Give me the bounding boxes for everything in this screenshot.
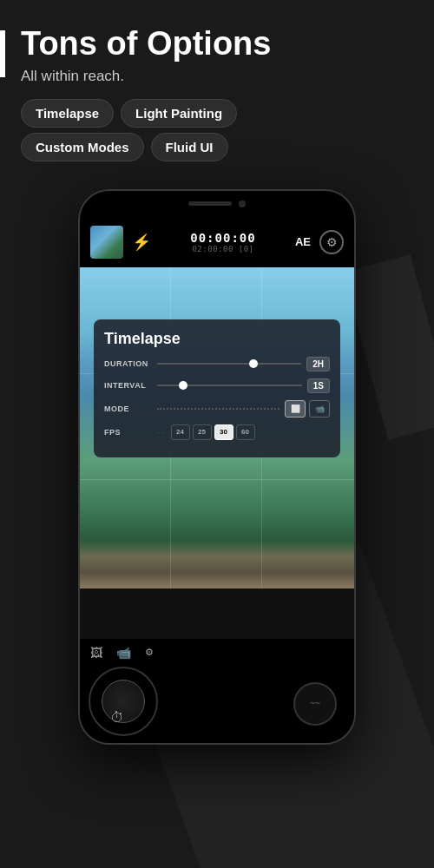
fps-label: FPS — [104, 428, 152, 437]
video-mode-icon[interactable]: 📹 — [116, 646, 131, 660]
shutter-label: ~~ — [310, 699, 320, 708]
phone-container: ⚡ 00:00:00 02:00:00 [0] AE ⚙ Timelapse — [0, 181, 434, 745]
duration-slider[interactable] — [157, 363, 301, 365]
timer-display: 00:00:00 02:00:00 [0] — [160, 231, 286, 253]
tags-row-2: Custom Modes Fluid UI — [21, 133, 413, 161]
header-section: Tons of Options All within reach. Timela… — [0, 0, 434, 181]
mode-btn-photo[interactable]: ⬜ — [285, 400, 306, 418]
ae-label[interactable]: AE — [295, 235, 311, 248]
duration-slider-thumb — [249, 359, 258, 368]
timelapse-panel: Timelapse DURATION 2H INTERVAL 1S — [94, 319, 340, 457]
camera-header: ⚡ 00:00:00 02:00:00 [0] AE ⚙ — [80, 217, 354, 267]
settings-gear-icon[interactable]: ⚙ — [319, 230, 344, 254]
duration-row: DURATION 2H — [104, 357, 330, 372]
interval-slider-thumb — [179, 381, 187, 390]
tags-row: Timelapse Light Painting — [21, 99, 413, 128]
camera-bottom-controls: 🖼 📹 ⚙ ⏱ ~~ — [80, 639, 354, 743]
mode-btn-video[interactable]: 📹 — [309, 400, 330, 418]
page-subtitle: All within reach. — [21, 68, 413, 85]
tag-timelapse[interactable]: Timelapse — [21, 99, 114, 128]
mode-buttons: ⬜ 📹 — [285, 400, 330, 418]
fps-dots: · · — [157, 428, 164, 437]
mode-dotted-line — [157, 408, 279, 410]
mode-label: MODE — [104, 404, 152, 413]
tag-fluid-ui[interactable]: Fluid UI — [151, 133, 228, 161]
fps-buttons: 24 25 30 60 — [171, 424, 255, 440]
phone-top-bar — [80, 191, 354, 217]
fps-btn-30[interactable]: 30 — [214, 424, 233, 440]
interval-label: INTERVAL — [104, 381, 152, 390]
bottom-icons-row: 🖼 📹 ⚙ — [90, 646, 344, 660]
tag-light-painting[interactable]: Light Painting — [121, 99, 237, 128]
timer-main: 00:00:00 — [160, 231, 286, 245]
page-title: Tons of Options — [21, 26, 413, 62]
duration-label: DURATION — [104, 359, 152, 368]
phone-mockup: ⚡ 00:00:00 02:00:00 [0] AE ⚙ Timelapse — [78, 189, 356, 745]
grid-line-h2 — [80, 479, 354, 480]
interval-value[interactable]: 1S — [307, 378, 330, 393]
timer-icon-button[interactable]: ⏱ — [110, 710, 124, 726]
fps-btn-60[interactable]: 60 — [236, 424, 255, 440]
timer-sub: 02:00:00 [0] — [160, 245, 286, 253]
front-camera — [239, 201, 246, 207]
exposure-dial[interactable] — [89, 667, 158, 736]
fps-btn-25[interactable]: 25 — [193, 424, 212, 440]
camera-view: Timelapse DURATION 2H INTERVAL 1S — [80, 267, 354, 589]
gallery-thumbnail[interactable] — [90, 226, 123, 259]
shutter-area: ~~ — [293, 682, 337, 726]
tag-custom-modes[interactable]: Custom Modes — [21, 133, 144, 161]
phone-speaker — [188, 201, 232, 206]
interval-row: INTERVAL 1S — [104, 378, 330, 393]
flash-icon[interactable]: ⚡ — [132, 233, 151, 252]
settings-small-icon[interactable]: ⚙ — [145, 647, 154, 658]
mode-row: MODE ⬜ 📹 — [104, 400, 330, 418]
fps-row: FPS · · 24 25 30 60 — [104, 424, 330, 440]
phone-side-button — [354, 382, 356, 434]
duration-value[interactable]: 2H — [306, 357, 330, 372]
thumbnail-image — [90, 226, 123, 259]
interval-slider[interactable] — [157, 385, 302, 386]
panel-title: Timelapse — [104, 330, 330, 348]
fps-btn-24[interactable]: 24 — [171, 424, 190, 440]
gallery-icon[interactable]: 🖼 — [90, 646, 102, 660]
